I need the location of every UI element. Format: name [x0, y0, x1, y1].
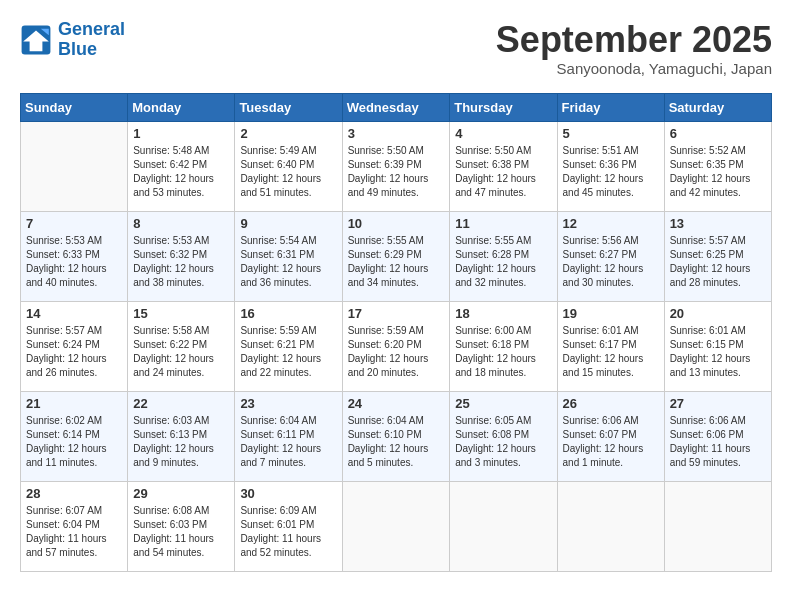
- day-number: 18: [455, 306, 551, 321]
- day-number: 19: [563, 306, 659, 321]
- day-number: 14: [26, 306, 122, 321]
- day-number: 3: [348, 126, 445, 141]
- day-number: 6: [670, 126, 766, 141]
- day-number: 27: [670, 396, 766, 411]
- calendar-cell: 18Sunrise: 6:00 AM Sunset: 6:18 PM Dayli…: [450, 301, 557, 391]
- logo-icon: [20, 24, 52, 56]
- day-info: Sunrise: 6:01 AM Sunset: 6:15 PM Dayligh…: [670, 324, 766, 380]
- calendar-cell: 23Sunrise: 6:04 AM Sunset: 6:11 PM Dayli…: [235, 391, 342, 481]
- day-number: 1: [133, 126, 229, 141]
- calendar-cell: 12Sunrise: 5:56 AM Sunset: 6:27 PM Dayli…: [557, 211, 664, 301]
- day-info: Sunrise: 5:49 AM Sunset: 6:40 PM Dayligh…: [240, 144, 336, 200]
- calendar-table: SundayMondayTuesdayWednesdayThursdayFrid…: [20, 93, 772, 572]
- page-header: General Blue September 2025 Sanyoonoda, …: [20, 20, 772, 77]
- day-info: Sunrise: 5:48 AM Sunset: 6:42 PM Dayligh…: [133, 144, 229, 200]
- day-number: 22: [133, 396, 229, 411]
- day-info: Sunrise: 6:08 AM Sunset: 6:03 PM Dayligh…: [133, 504, 229, 560]
- day-info: Sunrise: 5:51 AM Sunset: 6:36 PM Dayligh…: [563, 144, 659, 200]
- day-info: Sunrise: 6:06 AM Sunset: 6:06 PM Dayligh…: [670, 414, 766, 470]
- day-number: 20: [670, 306, 766, 321]
- calendar-cell: [450, 481, 557, 571]
- calendar-cell: [342, 481, 450, 571]
- day-number: 26: [563, 396, 659, 411]
- weekday-header: Sunday: [21, 93, 128, 121]
- day-number: 23: [240, 396, 336, 411]
- day-info: Sunrise: 5:53 AM Sunset: 6:33 PM Dayligh…: [26, 234, 122, 290]
- calendar-cell: 25Sunrise: 6:05 AM Sunset: 6:08 PM Dayli…: [450, 391, 557, 481]
- day-info: Sunrise: 5:55 AM Sunset: 6:29 PM Dayligh…: [348, 234, 445, 290]
- day-info: Sunrise: 5:50 AM Sunset: 6:39 PM Dayligh…: [348, 144, 445, 200]
- day-number: 8: [133, 216, 229, 231]
- weekday-header: Thursday: [450, 93, 557, 121]
- day-info: Sunrise: 5:52 AM Sunset: 6:35 PM Dayligh…: [670, 144, 766, 200]
- day-number: 21: [26, 396, 122, 411]
- day-number: 17: [348, 306, 445, 321]
- day-number: 25: [455, 396, 551, 411]
- day-number: 29: [133, 486, 229, 501]
- calendar-cell: [557, 481, 664, 571]
- day-number: 2: [240, 126, 336, 141]
- calendar-cell: 28Sunrise: 6:07 AM Sunset: 6:04 PM Dayli…: [21, 481, 128, 571]
- calendar-cell: 9Sunrise: 5:54 AM Sunset: 6:31 PM Daylig…: [235, 211, 342, 301]
- day-info: Sunrise: 6:09 AM Sunset: 6:01 PM Dayligh…: [240, 504, 336, 560]
- calendar-cell: 19Sunrise: 6:01 AM Sunset: 6:17 PM Dayli…: [557, 301, 664, 391]
- day-info: Sunrise: 6:03 AM Sunset: 6:13 PM Dayligh…: [133, 414, 229, 470]
- calendar-cell: 15Sunrise: 5:58 AM Sunset: 6:22 PM Dayli…: [128, 301, 235, 391]
- logo: General Blue: [20, 20, 125, 60]
- calendar-cell: 6Sunrise: 5:52 AM Sunset: 6:35 PM Daylig…: [664, 121, 771, 211]
- day-number: 7: [26, 216, 122, 231]
- day-info: Sunrise: 5:54 AM Sunset: 6:31 PM Dayligh…: [240, 234, 336, 290]
- calendar-cell: 4Sunrise: 5:50 AM Sunset: 6:38 PM Daylig…: [450, 121, 557, 211]
- day-info: Sunrise: 5:50 AM Sunset: 6:38 PM Dayligh…: [455, 144, 551, 200]
- day-info: Sunrise: 6:04 AM Sunset: 6:10 PM Dayligh…: [348, 414, 445, 470]
- logo-text: General Blue: [58, 20, 125, 60]
- calendar-cell: [664, 481, 771, 571]
- weekday-header: Monday: [128, 93, 235, 121]
- calendar-cell: 29Sunrise: 6:08 AM Sunset: 6:03 PM Dayli…: [128, 481, 235, 571]
- calendar-cell: 22Sunrise: 6:03 AM Sunset: 6:13 PM Dayli…: [128, 391, 235, 481]
- day-info: Sunrise: 6:05 AM Sunset: 6:08 PM Dayligh…: [455, 414, 551, 470]
- calendar-cell: 20Sunrise: 6:01 AM Sunset: 6:15 PM Dayli…: [664, 301, 771, 391]
- weekday-header: Wednesday: [342, 93, 450, 121]
- calendar-cell: 13Sunrise: 5:57 AM Sunset: 6:25 PM Dayli…: [664, 211, 771, 301]
- day-info: Sunrise: 5:56 AM Sunset: 6:27 PM Dayligh…: [563, 234, 659, 290]
- month-title: September 2025: [496, 20, 772, 60]
- day-info: Sunrise: 5:59 AM Sunset: 6:20 PM Dayligh…: [348, 324, 445, 380]
- day-info: Sunrise: 5:59 AM Sunset: 6:21 PM Dayligh…: [240, 324, 336, 380]
- day-number: 5: [563, 126, 659, 141]
- day-info: Sunrise: 5:57 AM Sunset: 6:24 PM Dayligh…: [26, 324, 122, 380]
- title-block: September 2025 Sanyoonoda, Yamaguchi, Ja…: [496, 20, 772, 77]
- day-number: 28: [26, 486, 122, 501]
- calendar-cell: 8Sunrise: 5:53 AM Sunset: 6:32 PM Daylig…: [128, 211, 235, 301]
- day-number: 13: [670, 216, 766, 231]
- calendar-cell: 10Sunrise: 5:55 AM Sunset: 6:29 PM Dayli…: [342, 211, 450, 301]
- day-info: Sunrise: 5:53 AM Sunset: 6:32 PM Dayligh…: [133, 234, 229, 290]
- location: Sanyoonoda, Yamaguchi, Japan: [496, 60, 772, 77]
- day-info: Sunrise: 5:57 AM Sunset: 6:25 PM Dayligh…: [670, 234, 766, 290]
- calendar-cell: 21Sunrise: 6:02 AM Sunset: 6:14 PM Dayli…: [21, 391, 128, 481]
- calendar-cell: 27Sunrise: 6:06 AM Sunset: 6:06 PM Dayli…: [664, 391, 771, 481]
- day-info: Sunrise: 6:02 AM Sunset: 6:14 PM Dayligh…: [26, 414, 122, 470]
- calendar-cell: 24Sunrise: 6:04 AM Sunset: 6:10 PM Dayli…: [342, 391, 450, 481]
- calendar-cell: 1Sunrise: 5:48 AM Sunset: 6:42 PM Daylig…: [128, 121, 235, 211]
- day-number: 4: [455, 126, 551, 141]
- day-number: 15: [133, 306, 229, 321]
- calendar-cell: 3Sunrise: 5:50 AM Sunset: 6:39 PM Daylig…: [342, 121, 450, 211]
- calendar-cell: [21, 121, 128, 211]
- calendar-cell: 5Sunrise: 5:51 AM Sunset: 6:36 PM Daylig…: [557, 121, 664, 211]
- day-info: Sunrise: 6:00 AM Sunset: 6:18 PM Dayligh…: [455, 324, 551, 380]
- day-number: 24: [348, 396, 445, 411]
- day-number: 10: [348, 216, 445, 231]
- calendar-cell: 16Sunrise: 5:59 AM Sunset: 6:21 PM Dayli…: [235, 301, 342, 391]
- day-number: 12: [563, 216, 659, 231]
- calendar-cell: 7Sunrise: 5:53 AM Sunset: 6:33 PM Daylig…: [21, 211, 128, 301]
- calendar-cell: 11Sunrise: 5:55 AM Sunset: 6:28 PM Dayli…: [450, 211, 557, 301]
- day-info: Sunrise: 6:04 AM Sunset: 6:11 PM Dayligh…: [240, 414, 336, 470]
- weekday-header: Tuesday: [235, 93, 342, 121]
- day-info: Sunrise: 6:06 AM Sunset: 6:07 PM Dayligh…: [563, 414, 659, 470]
- day-number: 16: [240, 306, 336, 321]
- calendar-cell: 30Sunrise: 6:09 AM Sunset: 6:01 PM Dayli…: [235, 481, 342, 571]
- day-info: Sunrise: 5:55 AM Sunset: 6:28 PM Dayligh…: [455, 234, 551, 290]
- calendar-cell: 26Sunrise: 6:06 AM Sunset: 6:07 PM Dayli…: [557, 391, 664, 481]
- weekday-header: Saturday: [664, 93, 771, 121]
